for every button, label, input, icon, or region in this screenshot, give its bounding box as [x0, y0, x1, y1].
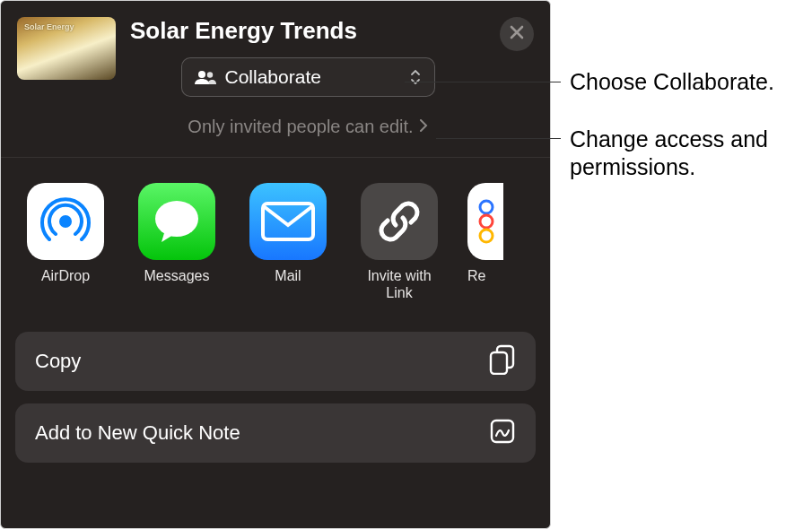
- airdrop-icon: [27, 183, 104, 260]
- app-label: Messages: [144, 267, 210, 301]
- action-quick-note[interactable]: Add to New Quick Note: [15, 403, 536, 463]
- svg-point-2: [59, 215, 72, 228]
- action-label: Copy: [35, 350, 81, 373]
- app-label: Re: [467, 267, 503, 301]
- quick-note-icon: [489, 418, 516, 448]
- action-label: Add to New Quick Note: [35, 421, 240, 445]
- svg-rect-9: [491, 352, 507, 374]
- svg-point-7: [480, 230, 493, 242]
- app-label: Invite with Link: [356, 267, 442, 301]
- collaborate-dropdown[interactable]: Collaborate: [181, 57, 435, 97]
- callout-text: Change access and permissions.: [570, 126, 776, 182]
- share-app-invite-link[interactable]: Invite with Link: [356, 183, 442, 301]
- close-button[interactable]: [500, 17, 534, 51]
- app-label: Mail: [275, 267, 301, 301]
- document-title: Solar Energy Trends: [130, 17, 485, 45]
- svg-rect-4: [263, 204, 313, 239]
- share-app-reminders[interactable]: Re: [467, 183, 503, 301]
- share-app-airdrop[interactable]: AirDrop: [22, 183, 109, 301]
- document-thumbnail: Solar Energy: [17, 17, 116, 80]
- permissions-text: Only invited people can edit.: [188, 117, 413, 137]
- app-label: AirDrop: [41, 267, 90, 301]
- copy-icon: [489, 344, 516, 378]
- thumbnail-label: Solar Energy: [24, 22, 74, 31]
- messages-icon: [138, 183, 215, 260]
- share-apps-row[interactable]: AirDrop Messages Mail: [1, 158, 550, 326]
- svg-point-5: [480, 201, 493, 213]
- callout-collaborate: Choose Collaborate.: [405, 68, 774, 96]
- annotations-panel: Choose Collaborate. Change access and pe…: [551, 0, 812, 529]
- callout-text: Choose Collaborate.: [570, 68, 774, 96]
- svg-point-1: [206, 72, 212, 77]
- close-icon: [510, 25, 524, 43]
- people-icon: [195, 70, 216, 84]
- callout-line: [436, 138, 561, 139]
- action-copy[interactable]: Copy: [15, 332, 536, 391]
- reminders-icon: [467, 183, 503, 260]
- link-icon: [361, 183, 438, 260]
- share-app-messages[interactable]: Messages: [134, 183, 220, 301]
- permissions-link[interactable]: Only invited people can edit.: [130, 117, 485, 137]
- svg-point-3: [155, 201, 198, 237]
- mail-icon: [249, 183, 327, 260]
- chevron-right-icon: [419, 119, 428, 135]
- share-app-mail[interactable]: Mail: [245, 183, 331, 301]
- callout-line: [405, 82, 561, 82]
- svg-point-6: [480, 215, 493, 228]
- actions-list: Copy Add to New Quick Note: [1, 326, 550, 477]
- callout-permissions: Change access and permissions.: [436, 126, 776, 182]
- collaborate-label: Collaborate: [225, 66, 400, 88]
- svg-point-0: [198, 71, 205, 78]
